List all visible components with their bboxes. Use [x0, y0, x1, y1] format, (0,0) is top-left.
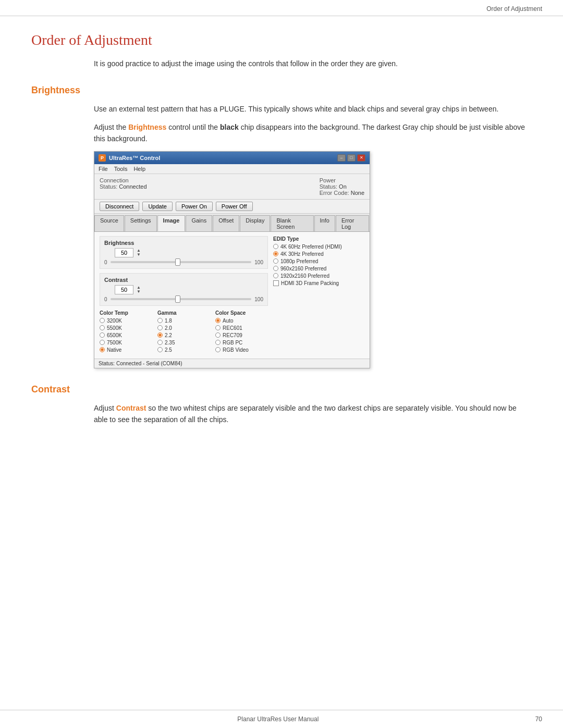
brightness-thumb[interactable] [175, 258, 180, 266]
close-button[interactable]: ✕ [357, 154, 365, 162]
contrast-thumb[interactable] [175, 295, 180, 303]
error-code-label: Error Code: [320, 190, 349, 196]
tab-source[interactable]: Source [94, 215, 124, 231]
update-button[interactable]: Update [142, 202, 172, 211]
app-screenshot: P UltraRes™ Control – □ ✕ File Tools Hel… [94, 151, 370, 368]
radio-auto[interactable] [215, 318, 221, 323]
tab-offset[interactable]: Offset [213, 215, 239, 231]
menu-bar: File Tools Help [94, 164, 370, 174]
menu-file[interactable]: File [99, 166, 108, 172]
power-off-button[interactable]: Power Off [216, 202, 253, 211]
edid-section: EDID Type 4K 60Hz Preferred (HDMI) 4K 30… [273, 236, 364, 286]
brightness-heading: Brightness [31, 85, 532, 96]
menu-help[interactable]: Help [133, 166, 145, 172]
disconnect-button[interactable]: Disconnect [100, 202, 139, 211]
radio-native[interactable] [100, 347, 105, 352]
contrast-control: ▲ ▼ [115, 285, 263, 294]
label-rec709: REC709 [223, 332, 242, 338]
tab-display[interactable]: Display [240, 215, 270, 231]
radio-rec709[interactable] [215, 332, 221, 338]
contrast-highlight: Contrast [116, 404, 146, 412]
tab-settings[interactable]: Settings [125, 215, 157, 231]
tab-blank-screen[interactable]: Blank Screen [271, 215, 313, 231]
contrast-para: Adjust Contrast so the two whitest chips… [94, 402, 532, 426]
label-3200k: 3200K [107, 318, 122, 324]
radio-3200k[interactable] [100, 318, 105, 323]
gamma-1-8: 1.8 [157, 318, 210, 324]
radio-7500k[interactable] [100, 340, 105, 345]
label-rgb-pc: RGB PC [223, 340, 242, 346]
color-space-auto: Auto [215, 318, 268, 324]
contrast-section-block: Contrast Adjust Contrast so the two whit… [31, 384, 532, 426]
menu-tools[interactable]: Tools [114, 166, 128, 172]
title-bar-left: P UltraRes™ Control [99, 154, 160, 162]
brightness-min: 0 [104, 260, 107, 265]
label-gamma-2-2: 2.2 [165, 332, 172, 338]
color-temp-6500k: 6500K [100, 332, 152, 338]
contrast-track[interactable] [111, 298, 252, 300]
app-icon: P [99, 154, 106, 162]
radio-6500k[interactable] [100, 332, 105, 338]
radio-edid-1080p[interactable] [273, 258, 278, 264]
edid-960: 960x2160 Preferred [273, 266, 364, 272]
status-right: Power Status: On Error Code: None [320, 177, 364, 196]
label-gamma-2-0: 2.0 [165, 325, 172, 331]
brightness-highlight: Brightness [128, 123, 166, 131]
color-space-rgb-pc: RGB PC [215, 340, 268, 346]
contrast-slider-row: 0 100 [104, 297, 263, 302]
gamma-2-0: 2.0 [157, 325, 210, 331]
title-bar-buttons: – □ ✕ [337, 154, 365, 162]
radio-rgb-pc[interactable] [215, 340, 221, 345]
contrast-input[interactable] [115, 285, 133, 294]
brightness-slider-row: 0 100 [104, 260, 263, 265]
tab-image[interactable]: Image [157, 215, 186, 231]
title-bar: P UltraRes™ Control – □ ✕ [94, 152, 370, 164]
gamma-title: Gamma [157, 310, 210, 316]
brightness-input[interactable] [115, 248, 133, 257]
brightness-slider-label: Brightness [104, 240, 263, 246]
radio-5500k[interactable] [100, 325, 105, 330]
contrast-down-arrow[interactable]: ▼ [137, 290, 141, 294]
brightness-spin-arrows: ▲ ▼ [137, 249, 141, 257]
brightness-down-arrow[interactable]: ▼ [137, 253, 141, 257]
status-area: Connection Status: Connected Power Statu… [94, 174, 370, 200]
radio-rec601[interactable] [215, 325, 221, 330]
panel-body: Brightness ▲ ▼ 0 [94, 232, 370, 359]
radio-gamma-2-0[interactable] [157, 325, 163, 330]
intro-text: It is good practice to adjust the image … [94, 58, 532, 69]
color-temp-native: Native [100, 347, 152, 353]
power-label: Power [320, 177, 336, 183]
tab-error-log[interactable]: Error Log [336, 215, 369, 231]
app-window: P UltraRes™ Control – □ ✕ File Tools Hel… [94, 151, 370, 368]
panel-left: Brightness ▲ ▼ 0 [100, 236, 268, 354]
radio-gamma-1-8[interactable] [157, 318, 163, 323]
minimize-button[interactable]: – [337, 154, 346, 162]
contrast-max: 100 [254, 297, 263, 302]
brightness-para2: Adjust the Brightness control until the … [94, 121, 532, 145]
radio-edid-4k60[interactable] [273, 244, 278, 249]
restore-button[interactable]: □ [347, 154, 356, 162]
radio-edid-960[interactable] [273, 266, 278, 271]
button-row: Disconnect Update Power On Power Off [94, 200, 370, 214]
gamma-section: Gamma 1.8 2.0 [157, 310, 210, 354]
status-left: Connection Status: Connected [100, 177, 147, 196]
breadcrumb: Order of Adjustment [0, 0, 563, 16]
radio-gamma-2-35[interactable] [157, 340, 163, 345]
color-temp-3200k: 3200K [100, 318, 152, 324]
radio-edid-1920[interactable] [273, 273, 278, 278]
label-rgb-video: RGB Video [223, 347, 249, 353]
power-on-button[interactable]: Power On [176, 202, 213, 211]
gamma-2-35: 2.35 [157, 340, 210, 346]
radio-edid-4k30[interactable] [273, 251, 278, 256]
connection-label: Connection [100, 177, 129, 183]
gamma-2-2: 2.2 [157, 332, 210, 338]
radio-gamma-2-2[interactable] [157, 332, 163, 338]
radio-rgb-video[interactable] [215, 347, 221, 352]
tab-info[interactable]: Info [314, 215, 335, 231]
tab-gains[interactable]: Gains [186, 215, 212, 231]
label-hdmi3d: HDMI 3D Frame Packing [281, 280, 339, 286]
color-temp-5500k: 5500K [100, 325, 152, 331]
radio-gamma-2-5[interactable] [157, 347, 163, 352]
checkbox-hdmi3d[interactable] [273, 280, 279, 286]
brightness-track[interactable] [111, 261, 252, 263]
